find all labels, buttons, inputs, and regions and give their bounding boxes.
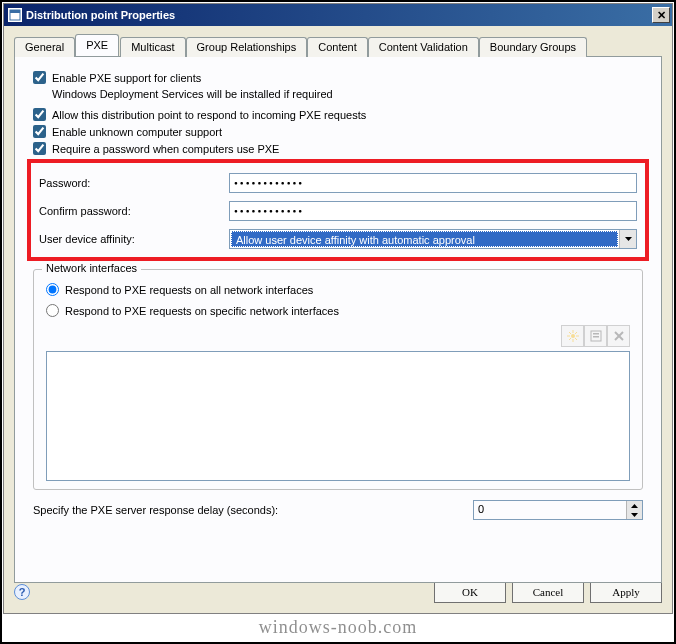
nic-radio-specific-label: Respond to PXE requests on specific netw… [65,305,339,317]
tab-pxe[interactable]: PXE [75,34,119,56]
close-button[interactable]: ✕ [652,7,670,23]
svg-marker-17 [631,504,638,508]
delete-icon [613,330,625,342]
affinity-label: User device affinity: [39,233,229,245]
window-icon [8,8,22,22]
affinity-select[interactable]: Allow user device affinity with automati… [229,229,637,249]
delay-spinner[interactable]: 0 [473,500,643,520]
affinity-value: Allow user device affinity with automati… [231,231,618,247]
tab-body: Enable PXE support for clients Windows D… [14,56,662,583]
svg-line-11 [575,332,577,334]
confirm-password-label: Confirm password: [39,205,229,217]
svg-marker-2 [625,237,632,241]
svg-rect-1 [10,10,20,13]
unknown-computer-label: Enable unknown computer support [52,126,222,138]
spinner-down-button[interactable] [627,510,642,519]
dialog-window: Distribution point Properties ✕ General … [3,3,673,614]
help-icon[interactable]: ? [14,584,30,600]
nic-legend: Network interfaces [42,262,141,274]
unknown-computer-checkbox[interactable] [33,125,46,138]
tab-strip: General PXE Multicast Group Relationship… [14,34,662,56]
cancel-button[interactable]: Cancel [512,581,584,603]
spinner-up-button[interactable] [627,501,642,510]
svg-marker-18 [631,513,638,517]
svg-line-9 [575,338,577,340]
properties-icon [590,330,602,342]
nic-radio-all-label: Respond to PXE requests on all network i… [65,284,313,296]
nic-radio-all[interactable] [46,283,59,296]
svg-line-10 [569,338,571,340]
window-title: Distribution point Properties [26,9,652,21]
allow-respond-label: Allow this distribution point to respond… [52,109,366,121]
tab-group-relationships[interactable]: Group Relationships [186,37,308,57]
enable-pxe-subtext: Windows Deployment Services will be inst… [52,88,643,100]
require-password-checkbox[interactable] [33,142,46,155]
allow-respond-checkbox[interactable] [33,108,46,121]
nic-delete-button[interactable] [607,325,630,347]
password-input[interactable] [229,173,637,193]
enable-pxe-checkbox[interactable] [33,71,46,84]
watermark: windows-noob.com [2,617,674,638]
nic-add-button[interactable] [561,325,584,347]
confirm-password-input[interactable] [229,201,637,221]
enable-pxe-label: Enable PXE support for clients [52,72,201,84]
svg-line-8 [569,332,571,334]
svg-rect-13 [593,333,599,335]
delay-value: 0 [474,501,626,519]
tab-boundary-groups[interactable]: Boundary Groups [479,37,587,57]
highlight-region: Password: Confirm password: User device … [27,159,649,261]
ok-button[interactable]: OK [434,581,506,603]
apply-button[interactable]: Apply [590,581,662,603]
sunburst-icon [567,330,579,342]
tab-general[interactable]: General [14,37,75,57]
svg-rect-14 [593,336,599,338]
network-interfaces-group: Network interfaces Respond to PXE reques… [33,269,643,490]
nic-radio-specific[interactable] [46,304,59,317]
password-label: Password: [39,177,229,189]
tab-content[interactable]: Content [307,37,368,57]
titlebar: Distribution point Properties ✕ [4,4,672,26]
chevron-down-icon[interactable] [619,230,636,248]
delay-label: Specify the PXE server response delay (s… [33,504,473,516]
tab-content-validation[interactable]: Content Validation [368,37,479,57]
nic-edit-button[interactable] [584,325,607,347]
require-password-label: Require a password when computers use PX… [52,143,279,155]
nic-listbox[interactable] [46,351,630,481]
svg-point-3 [571,334,575,338]
tab-multicast[interactable]: Multicast [120,37,185,57]
